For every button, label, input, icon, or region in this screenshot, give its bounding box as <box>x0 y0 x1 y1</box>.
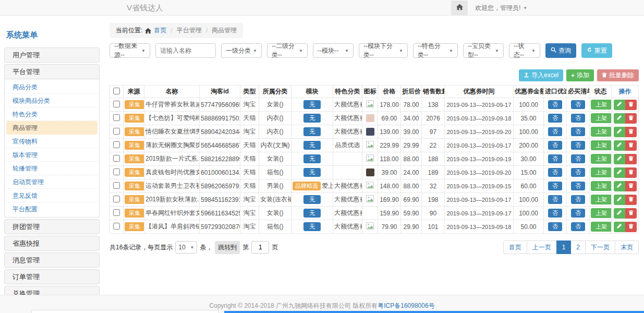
add-button[interactable]: +添加 <box>566 69 594 81</box>
status-button[interactable]: 上架 <box>591 154 612 164</box>
delete-button[interactable] <box>625 127 637 137</box>
delete-button[interactable] <box>625 208 637 219</box>
filter-select-data-source[interactable]: --数据来源--▼ <box>110 43 150 58</box>
imported-toggle[interactable]: 否 <box>548 154 562 163</box>
edit-button[interactable] <box>614 181 625 191</box>
sidebar-item-module-goods-category[interactable]: 模块商品分类 <box>6 94 98 107</box>
must-buy-toggle[interactable]: 否 <box>571 168 585 177</box>
must-buy-toggle[interactable]: 否 <box>571 141 585 150</box>
delete-button[interactable] <box>625 140 637 151</box>
status-button[interactable]: 上架 <box>591 181 612 191</box>
sidebar-item-platform-config[interactable]: 平台配置 <box>6 202 98 216</box>
imported-toggle[interactable]: 否 <box>548 182 562 190</box>
sidebar-item-message-management[interactable]: 消息管理 <box>4 252 100 268</box>
edit-button[interactable] <box>614 208 625 219</box>
page-number-input[interactable] <box>251 241 269 254</box>
sidebar-item-goods-management[interactable]: 商品管理 <box>6 121 98 135</box>
imported-toggle[interactable]: 否 <box>548 195 562 204</box>
row-checkbox[interactable] <box>113 128 120 135</box>
prev-page-button[interactable]: 上一页 <box>527 240 557 254</box>
status-button[interactable]: 上架 <box>591 100 612 110</box>
imported-toggle[interactable]: 否 <box>548 100 562 109</box>
delete-button[interactable] <box>625 154 637 164</box>
edit-button[interactable] <box>614 113 625 124</box>
status-button[interactable]: 上架 <box>591 113 612 123</box>
filter-select-special-category[interactable]: --特色分类--▼ <box>413 43 458 58</box>
sidebar-item-order-management[interactable]: 订单管理 <box>4 269 100 284</box>
per-page-select[interactable]: 10▼ <box>175 241 197 254</box>
row-checkbox[interactable] <box>113 155 120 162</box>
edit-button[interactable] <box>614 100 625 110</box>
must-buy-toggle[interactable]: 否 <box>571 100 585 109</box>
sidebar-item-goods-category[interactable]: 商品分类 <box>6 80 98 94</box>
home-button[interactable] <box>451 1 468 16</box>
sidebar-item-splash-management[interactable]: 启动页管理 <box>6 175 98 189</box>
must-buy-toggle[interactable]: 否 <box>571 195 585 204</box>
sidebar-item-carousel-management[interactable]: 轮播管理 <box>6 162 98 175</box>
imported-toggle[interactable]: 否 <box>548 127 562 136</box>
must-buy-toggle[interactable]: 否 <box>571 222 585 231</box>
edit-button[interactable] <box>614 154 625 164</box>
status-button[interactable]: 上架 <box>591 222 612 232</box>
user-menu[interactable]: 欢迎您，管理员! ▼ <box>475 4 527 13</box>
row-checkbox[interactable] <box>113 209 120 216</box>
reset-button[interactable]: 重置 <box>581 43 612 58</box>
last-page-button[interactable]: 末页 <box>615 240 639 254</box>
filter-select-module[interactable]: --模块--▼ <box>313 43 354 58</box>
delete-button[interactable] <box>625 222 637 232</box>
sidebar-item-user-management[interactable]: 用户管理 <box>4 47 100 63</box>
first-page-button[interactable]: 首页 <box>503 240 527 254</box>
status-button[interactable]: 上架 <box>591 195 612 204</box>
sidebar-item-group-buy[interactable]: 拼团管理 <box>4 219 100 234</box>
imported-toggle[interactable]: 否 <box>548 222 562 231</box>
imported-toggle[interactable]: 否 <box>548 209 562 218</box>
sidebar-item-express-news[interactable]: 省惠快报 <box>4 236 100 251</box>
filter-select-status[interactable]: --状态--▼ <box>509 43 540 58</box>
sidebar-item-promo-material[interactable]: 宣传物料 <box>6 135 98 148</box>
edit-button[interactable] <box>614 167 625 178</box>
must-buy-toggle[interactable]: 否 <box>571 182 585 190</box>
edit-button[interactable] <box>614 195 625 205</box>
row-checkbox[interactable] <box>113 114 120 121</box>
must-buy-toggle[interactable]: 否 <box>571 209 585 218</box>
select-all-checkbox[interactable] <box>113 88 120 94</box>
filter-name-input[interactable] <box>155 43 216 58</box>
next-page-button[interactable]: 下一页 <box>585 240 615 254</box>
imported-toggle[interactable]: 否 <box>548 114 562 123</box>
filter-select-level2-category[interactable]: --二级分类--▼ <box>267 43 308 58</box>
page-1-button[interactable]: 1 <box>556 240 572 254</box>
jump-button[interactable]: 跳转到 <box>215 241 240 254</box>
sidebar-item-version-management[interactable]: 版本管理 <box>6 148 98 162</box>
delete-button[interactable] <box>625 195 637 205</box>
row-checkbox[interactable] <box>113 196 120 202</box>
search-button[interactable]: 查询 <box>545 43 576 58</box>
page-2-button[interactable]: 2 <box>570 240 586 254</box>
row-checkbox[interactable] <box>113 182 120 189</box>
edit-button[interactable] <box>614 140 625 151</box>
status-button[interactable]: 上架 <box>591 127 612 137</box>
edit-button[interactable] <box>614 222 625 232</box>
filter-select-item-type[interactable]: --宝贝类型--▼ <box>463 43 504 58</box>
status-button[interactable]: 上架 <box>591 208 612 218</box>
imported-toggle[interactable]: 否 <box>548 168 562 177</box>
delete-button[interactable] <box>625 181 637 191</box>
breadcrumb-home-link[interactable]: 首页 <box>154 26 166 35</box>
icp-link[interactable]: 粤ICP备16098006号 <box>378 302 434 309</box>
filter-select-level1-category[interactable]: 一级分类▼ <box>221 43 262 58</box>
row-checkbox[interactable] <box>113 101 120 107</box>
sidebar-item-platform-management[interactable]: 平台管理 <box>4 64 100 79</box>
sidebar-item-feedback[interactable]: 意见反馈 <box>6 189 98 202</box>
row-checkbox[interactable] <box>113 168 120 175</box>
row-checkbox[interactable] <box>113 141 120 148</box>
batch-delete-button[interactable]: 批量删除 <box>597 69 639 81</box>
status-button[interactable]: 上架 <box>591 167 612 177</box>
delete-button[interactable] <box>625 167 637 178</box>
must-buy-toggle[interactable]: 否 <box>571 127 585 136</box>
delete-button[interactable] <box>625 100 637 110</box>
filter-select-module-sub-category[interactable]: --模块下分类--▼ <box>359 43 408 58</box>
imported-toggle[interactable]: 否 <box>548 141 562 150</box>
must-buy-toggle[interactable]: 否 <box>571 114 585 123</box>
status-button[interactable]: 上架 <box>591 140 612 150</box>
edit-button[interactable] <box>614 127 625 137</box>
delete-button[interactable] <box>625 113 637 124</box>
